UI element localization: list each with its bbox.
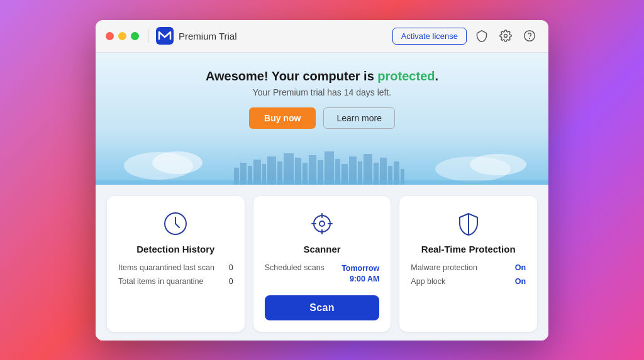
svg-rect-31: [96, 180, 548, 185]
stat-row-total-quarantine: Total items in quarantine 0: [118, 277, 233, 286]
cityscape-illustration: [96, 144, 548, 185]
shield-icon-button[interactable]: [473, 27, 491, 45]
hero-section: Awesome! Your computer is protected. You…: [96, 53, 548, 185]
buy-now-button[interactable]: Buy now: [249, 107, 316, 129]
svg-point-5: [152, 151, 203, 174]
crosshair-icon: [308, 210, 336, 237]
scanner-icon-wrap: [265, 210, 380, 237]
svg-point-2: [525, 31, 535, 41]
svg-point-1: [504, 35, 508, 38]
detection-history-title: Detection History: [118, 244, 233, 254]
shield-half-icon: [455, 210, 482, 237]
detection-icon-wrap: [118, 210, 233, 237]
traffic-lights: [106, 32, 139, 40]
scanner-title: Scanner: [265, 244, 380, 254]
detection-stats: Items quarantined last scan 0 Total item…: [118, 263, 233, 286]
titlebar-divider: [148, 29, 148, 43]
stat-row-appblock: App block On: [411, 277, 526, 286]
logo-area: Premium Trial: [156, 27, 392, 45]
app-logo-icon: [156, 27, 174, 45]
hero-title-highlight: protected: [377, 69, 435, 83]
realtime-protection-card: Real-Time Protection Malware protection …: [399, 196, 537, 332]
learn-more-button[interactable]: Learn more: [323, 107, 395, 129]
detection-history-card: Detection History Items quarantined last…: [107, 196, 245, 332]
svg-point-34: [319, 221, 325, 226]
help-icon-button[interactable]: [521, 27, 538, 45]
malware-protection-status: On: [515, 263, 526, 272]
svg-rect-25: [364, 154, 372, 185]
stat-total-quarantine-value: 0: [229, 277, 233, 286]
maximize-button[interactable]: [131, 32, 139, 40]
svg-rect-20: [325, 151, 334, 185]
hero-title-prefix: Awesome! Your computer is: [206, 69, 377, 83]
svg-rect-15: [284, 153, 294, 185]
hero-title: Awesome! Your computer is protected.: [206, 69, 438, 84]
svg-point-7: [470, 154, 526, 175]
scheduled-scans-label: Scheduled scans: [265, 263, 325, 285]
stat-row-quarantined-last: Items quarantined last scan 0: [118, 263, 233, 272]
malware-protection-label: Malware protection: [411, 263, 477, 272]
app-block-label: App block: [411, 277, 445, 286]
main-window: Premium Trial Activate license: [96, 20, 548, 341]
settings-icon-button[interactable]: [497, 27, 514, 45]
scheduled-scans-time: Tomorrow9:00 AM: [341, 263, 379, 285]
protection-icon-wrap: [411, 210, 526, 237]
app-title: Premium Trial: [179, 31, 237, 41]
app-block-status: On: [515, 277, 526, 286]
stat-quarantined-last-value: 0: [229, 263, 233, 272]
stat-quarantined-last-label: Items quarantined last scan: [118, 263, 214, 272]
scanner-card: Scanner Scheduled scans Tomorrow9:00 AM …: [253, 196, 391, 332]
stat-row-malware: Malware protection On: [411, 263, 526, 272]
scan-button[interactable]: Scan: [265, 295, 380, 320]
clock-icon: [162, 210, 189, 237]
scheduled-scans-row: Scheduled scans Tomorrow9:00 AM: [265, 263, 380, 285]
protection-stats: Malware protection On App block On: [411, 263, 526, 286]
svg-rect-18: [309, 155, 316, 185]
titlebar-actions: Activate license: [392, 27, 538, 45]
close-button[interactable]: [106, 32, 114, 40]
titlebar: Premium Trial Activate license: [96, 20, 548, 53]
cards-section: Detection History Items quarantined last…: [96, 185, 548, 341]
hero-title-suffix: .: [435, 69, 438, 83]
realtime-protection-title: Real-Time Protection: [411, 244, 526, 254]
activate-license-button[interactable]: Activate license: [392, 28, 467, 45]
hero-subtitle: Your Premium trial has 14 days left.: [253, 87, 391, 97]
minimize-button[interactable]: [118, 32, 126, 40]
stat-total-quarantine-label: Total items in quarantine: [118, 277, 204, 286]
hero-buttons: Buy now Learn more: [249, 107, 395, 129]
